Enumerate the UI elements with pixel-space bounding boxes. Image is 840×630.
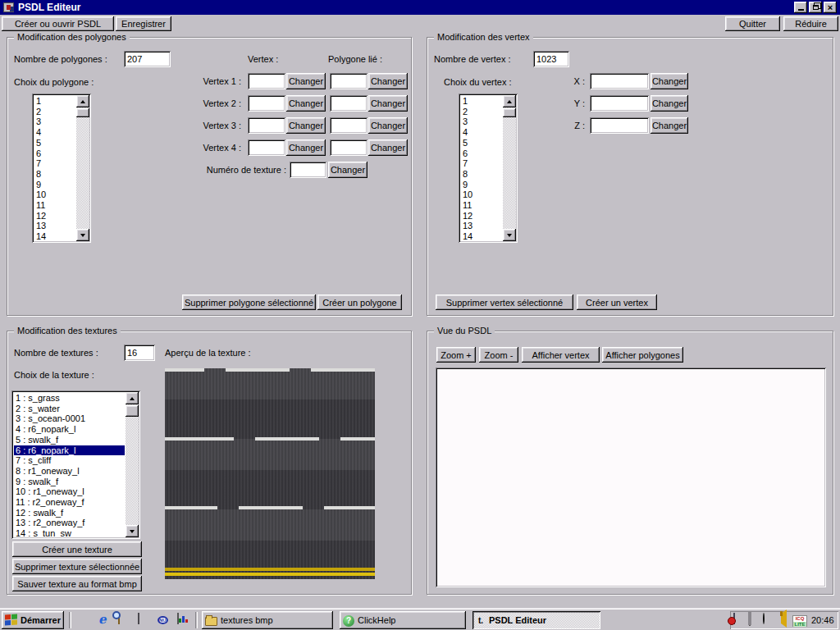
vertex1-linked-change-button[interactable]: Changer [368, 73, 408, 89]
list-item[interactable]: 14 [34, 231, 75, 240]
norton-utilities-icon[interactable]: NU [158, 614, 171, 627]
list-item[interactable]: 6 [461, 148, 502, 159]
list-item[interactable]: 9 : swalk_f [14, 477, 125, 487]
polygon-list-scrollbar[interactable] [76, 95, 89, 241]
list-item[interactable]: 13 [34, 221, 75, 231]
texture-listbox[interactable]: 1 : s_grass2 : s_water3 : s_ocean-00014 … [11, 390, 140, 539]
list-item[interactable]: 1 [461, 96, 502, 107]
list-item[interactable]: 2 : s_water [14, 404, 125, 414]
close-button[interactable]: × [824, 2, 837, 13]
vertex4-linked-change-button[interactable]: Changer [368, 139, 408, 156]
list-item[interactable]: 8 [34, 169, 75, 180]
reduce-button[interactable]: Réduire [783, 16, 838, 31]
list-item[interactable]: 11 [34, 200, 75, 211]
list-item[interactable]: 13 [461, 221, 502, 231]
list-item[interactable]: 14 [461, 231, 502, 240]
list-item[interactable]: 9 [461, 180, 502, 190]
chart-app-icon[interactable] [177, 614, 190, 627]
open-psdl-button[interactable]: Créer ou ouvrir PSDL [2, 16, 114, 31]
list-item[interactable]: 4 [461, 127, 502, 138]
task-clickhelp[interactable]: ? ClickHelp [340, 611, 466, 629]
show-polygons-button[interactable]: Afficher polygones [602, 347, 683, 363]
scroll-up-button[interactable] [503, 95, 516, 107]
create-vertex-button[interactable]: Créer un vertex [577, 294, 657, 310]
scrollbar-thumb[interactable] [126, 405, 139, 417]
list-item[interactable]: 5 : swalk_f [14, 435, 125, 445]
y-input[interactable] [590, 95, 649, 112]
list-item[interactable]: 2 [461, 107, 502, 117]
scroll-down-button[interactable] [126, 525, 139, 537]
list-item[interactable]: 9 [34, 180, 75, 190]
list-item[interactable]: 8 : r1_oneway_l [14, 466, 125, 477]
texture-number-input[interactable] [290, 162, 326, 178]
cd-tray-icon[interactable] [763, 614, 776, 627]
vertex4-linked-input[interactable] [330, 139, 368, 156]
volume-tray-icon[interactable] [778, 614, 791, 627]
vertex3-change-button[interactable]: Changer [286, 117, 326, 134]
list-item[interactable]: 5 [461, 138, 502, 148]
delete-vertex-button[interactable]: Supprimer vertex sélectionné [436, 294, 573, 310]
scrollbar-thumb[interactable] [503, 108, 516, 117]
vertex2-linked-change-button[interactable]: Changer [368, 95, 408, 112]
x-input[interactable] [590, 73, 649, 89]
printer-icon[interactable] [138, 614, 151, 627]
vertex1-value-input[interactable] [248, 73, 285, 89]
create-polygon-button[interactable]: Créer un polygone [317, 294, 402, 310]
vertex-listbox[interactable]: 1234567891011121314 [459, 94, 518, 243]
scrollbar-thumb[interactable] [76, 108, 89, 117]
minimize-button[interactable] [794, 2, 807, 13]
y-change-button[interactable]: Changer [651, 95, 688, 112]
vertex1-linked-input[interactable] [330, 73, 368, 89]
list-item[interactable]: 7 [461, 158, 502, 169]
task-scheduler-tray-icon[interactable] [733, 614, 746, 627]
delete-texture-button[interactable]: Supprimer texture sélectionnée [12, 559, 142, 574]
list-item[interactable]: 1 [34, 96, 75, 107]
save-button[interactable]: Enregistrer [116, 16, 171, 31]
vertex-count-input[interactable] [533, 51, 569, 67]
list-item[interactable]: 7 : s_cliff [14, 455, 125, 466]
list-item[interactable]: 6 [34, 148, 75, 159]
quit-button[interactable]: Quitter [725, 16, 780, 31]
vertex3-value-input[interactable] [248, 117, 285, 134]
restore-button[interactable] [809, 2, 822, 13]
list-item[interactable]: 14 : s_tun_sw [14, 528, 125, 536]
list-item[interactable]: 8 [461, 169, 502, 180]
scroll-down-button[interactable] [503, 229, 516, 241]
display-settings-tray-icon[interactable] [748, 614, 761, 627]
start-button[interactable]: Démarrer [2, 611, 64, 629]
texture-list-scrollbar[interactable] [126, 392, 139, 537]
task-psdl-editeur[interactable]: PSDL Editeur [472, 611, 600, 629]
list-item[interactable]: 4 [34, 127, 75, 138]
list-item[interactable]: 13 : r2_oneway_f [14, 518, 125, 528]
list-item[interactable]: 3 [34, 116, 75, 127]
vertex2-linked-input[interactable] [330, 95, 368, 112]
vertex3-linked-input[interactable] [330, 117, 368, 134]
icq-lite-tray-icon[interactable]: ICQ LITE [792, 615, 807, 627]
polygon-listbox[interactable]: 1234567891011121314 [32, 94, 91, 243]
list-item[interactable]: 12 [461, 211, 502, 221]
task-textures-bmp[interactable]: textures bmp [202, 611, 333, 629]
list-item[interactable]: 11 [461, 200, 502, 211]
list-item[interactable]: 10 [34, 189, 75, 200]
z-input[interactable] [590, 117, 649, 134]
zoom-in-button[interactable]: Zoom + [436, 347, 476, 363]
vertex2-value-input[interactable] [248, 95, 285, 112]
list-item[interactable]: 10 [461, 189, 502, 200]
texture-number-change-button[interactable]: Changer [328, 162, 368, 178]
delete-polygon-button[interactable]: Supprimer polygone sélectionné [182, 294, 316, 310]
list-item[interactable]: 10 : r1_oneway_l [14, 486, 125, 497]
vertex2-change-button[interactable]: Changer [286, 95, 326, 112]
list-item[interactable]: 12 : swalk_f [14, 508, 125, 518]
vertex1-change-button[interactable]: Changer [286, 73, 326, 89]
list-item[interactable]: 4 : r6_nopark_l [14, 424, 125, 435]
polygon-count-input[interactable] [124, 51, 171, 67]
scroll-down-button[interactable] [76, 229, 89, 241]
list-item[interactable]: 12 [34, 211, 75, 221]
vertex4-change-button[interactable]: Changer [286, 139, 326, 156]
list-item[interactable]: 6 : r6_nopark_l [14, 445, 125, 456]
search-folder-icon[interactable] [118, 614, 131, 627]
list-item[interactable]: 1 : s_grass [14, 393, 125, 404]
vertex4-value-input[interactable] [248, 139, 285, 156]
red-app-icon[interactable] [79, 614, 92, 627]
z-change-button[interactable]: Changer [651, 117, 688, 134]
